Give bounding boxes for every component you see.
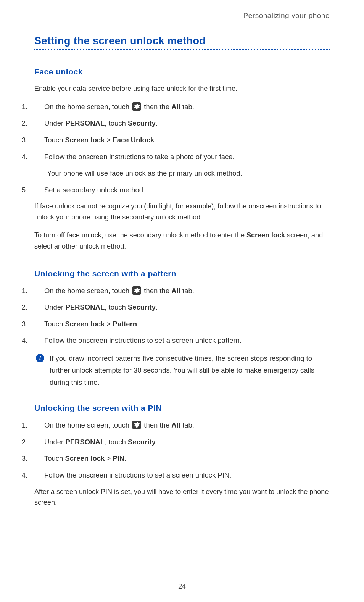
- security-label: Security: [128, 438, 156, 446]
- page-number: 24: [0, 583, 364, 591]
- step-text: Touch: [44, 454, 65, 462]
- step-text: then the: [142, 421, 171, 429]
- pin-step-2: 2.Under PERSONAL, touch Security.: [34, 436, 330, 448]
- header-section-label: Personalizing your phone: [34, 11, 330, 20]
- face-unlock-heading: Face unlock: [34, 67, 330, 76]
- step-text: .: [156, 119, 158, 127]
- step-text: Touch: [44, 320, 65, 328]
- face-note-2: To turn off face unlock, use the seconda…: [34, 230, 330, 252]
- step-text: , touch: [105, 303, 128, 311]
- step-text: then the: [142, 103, 171, 111]
- step-text: .: [156, 303, 158, 311]
- main-heading: Setting the screen unlock method: [34, 35, 330, 47]
- step-text: then the: [142, 287, 171, 295]
- step-text: On the home screen, touch: [44, 421, 131, 429]
- security-label: Security: [128, 119, 156, 127]
- step-text: , touch: [105, 438, 128, 446]
- step-text: Under: [44, 119, 66, 127]
- pattern-info-block: i If you draw incorrect patterns five co…: [36, 352, 330, 388]
- face-step-4: 4.Follow the onscreen instructions to ta…: [34, 151, 330, 163]
- step-text: Under: [44, 438, 66, 446]
- face-unlock-intro: Enable your data service before using fa…: [34, 83, 330, 94]
- all-tab-label: All: [171, 287, 180, 295]
- pin-step-3: 3.Touch Screen lock > PIN.: [34, 453, 330, 464]
- step-text: Set a secondary unlock method.: [44, 186, 145, 194]
- pin-after-note: After a screen unlock PIN is set, you wi…: [34, 486, 330, 508]
- pin-step-4: 4.Follow the onscreen instructions to se…: [34, 470, 330, 481]
- pattern-step-4: 4.Follow the onscreen instructions to se…: [34, 335, 330, 346]
- face-step-1: 1.On the home screen, touch then the All…: [34, 101, 330, 113]
- note-text: To turn off face unlock, use the seconda…: [34, 231, 246, 239]
- step-text: Follow the onscreen instructions to set …: [44, 336, 242, 344]
- security-label: Security: [128, 303, 156, 311]
- pin-heading: Unlocking the screen with a PIN: [34, 403, 330, 413]
- step-text: Touch: [44, 136, 65, 144]
- gt-separator: >: [105, 454, 113, 462]
- pattern-step-3: 3.Touch Screen lock > Pattern.: [34, 318, 330, 330]
- settings-icon: [132, 421, 141, 429]
- pattern-heading: Unlocking the screen with a pattern: [34, 269, 330, 278]
- pattern-step-1: 1.On the home screen, touch then the All…: [34, 285, 330, 297]
- all-tab-label: All: [171, 103, 180, 111]
- screen-lock-label: Screen lock: [65, 320, 105, 328]
- screen-lock-label: Screen lock: [246, 231, 285, 239]
- step-text: Follow the onscreen instructions to take…: [44, 153, 235, 161]
- personal-label: PERSONAL: [65, 119, 105, 127]
- personal-label: PERSONAL: [65, 303, 105, 311]
- step-text: tab.: [180, 421, 194, 429]
- step-text: Follow the onscreen instructions to set …: [44, 471, 232, 479]
- face-note-1: If face unlock cannot recognize you (dim…: [34, 201, 330, 223]
- screen-lock-label: Screen lock: [65, 454, 105, 462]
- pin-step-1: 1.On the home screen, touch then the All…: [34, 420, 330, 431]
- step-text: , touch: [105, 119, 128, 127]
- step-text: tab.: [180, 103, 194, 111]
- heading-divider: [34, 49, 330, 50]
- settings-icon: [132, 102, 141, 111]
- page-container: Personalizing your phone Setting the scr…: [0, 0, 364, 602]
- gt-separator: >: [105, 136, 113, 144]
- personal-label: PERSONAL: [65, 438, 105, 446]
- face-step-2: 2.Under PERSONAL, touch Security.: [34, 118, 330, 129]
- face-step-3: 3.Touch Screen lock > Face Unlock.: [34, 134, 330, 146]
- info-icon: i: [36, 354, 44, 362]
- pattern-label: Pattern: [113, 320, 137, 328]
- step-text: Under: [44, 303, 66, 311]
- face-step-4-sub: Your phone will use face unlock as the p…: [34, 168, 330, 179]
- info-text: If you draw incorrect patterns five cons…: [50, 352, 330, 388]
- step-text: tab.: [180, 287, 194, 295]
- all-tab-label: All: [171, 421, 180, 429]
- pattern-step-2: 2.Under PERSONAL, touch Security.: [34, 302, 330, 313]
- face-unlock-label: Face Unlock: [113, 136, 154, 144]
- settings-icon: [132, 286, 141, 295]
- screen-lock-label: Screen lock: [65, 136, 105, 144]
- face-step-5: 5.Set a secondary unlock method.: [34, 184, 330, 196]
- gt-separator: >: [105, 320, 113, 328]
- step-text: On the home screen, touch: [44, 287, 131, 295]
- pin-label: PIN: [113, 454, 124, 462]
- step-text: On the home screen, touch: [44, 103, 131, 111]
- step-text: .: [156, 438, 158, 446]
